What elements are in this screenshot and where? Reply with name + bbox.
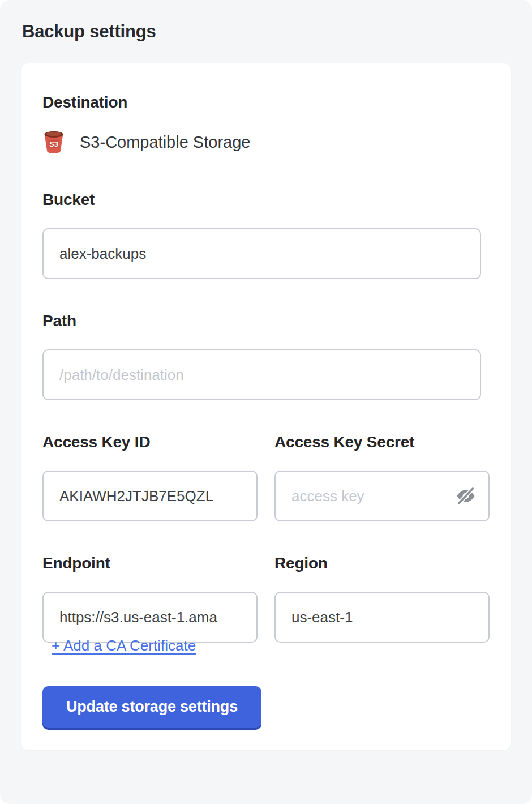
endpoint-label: Endpoint [42,554,258,572]
svg-text:S3: S3 [49,140,58,148]
access-key-id-input[interactable] [42,471,258,521]
path-label: Path [42,312,490,330]
path-input[interactable] [42,349,481,400]
access-key-labels-row: Access Key ID Access Key Secret [42,433,490,471]
access-key-id-label: Access Key ID [42,433,258,451]
endpoint-region-labels-row: Endpoint Region [42,554,490,592]
region-input[interactable] [274,592,490,643]
destination-value: S3-Compatible Storage [80,133,250,152]
region-label: Region [274,554,490,572]
eye-off-icon[interactable] [454,485,477,508]
update-storage-settings-button[interactable]: Update storage settings [42,686,261,728]
backup-settings-page: Backup settings Destination S3 S3-Compat… [0,0,532,804]
s3-bucket-icon: S3 [42,130,65,155]
page-title: Backup settings [22,22,511,42]
access-key-inputs-row [42,471,490,554]
bucket-label: Bucket [42,191,490,209]
bucket-input[interactable] [42,228,481,279]
access-key-secret-wrap [274,471,490,554]
add-ca-certificate-link[interactable]: + Add a CA Certificate [52,637,196,655]
access-key-secret-label: Access Key Secret [274,433,490,451]
destination-row: S3 S3-Compatible Storage [42,129,490,156]
backup-settings-card: Destination S3 S3-Compatible Storage Buc… [21,63,511,750]
destination-label: Destination [42,93,490,112]
endpoint-input[interactable] [42,592,258,643]
